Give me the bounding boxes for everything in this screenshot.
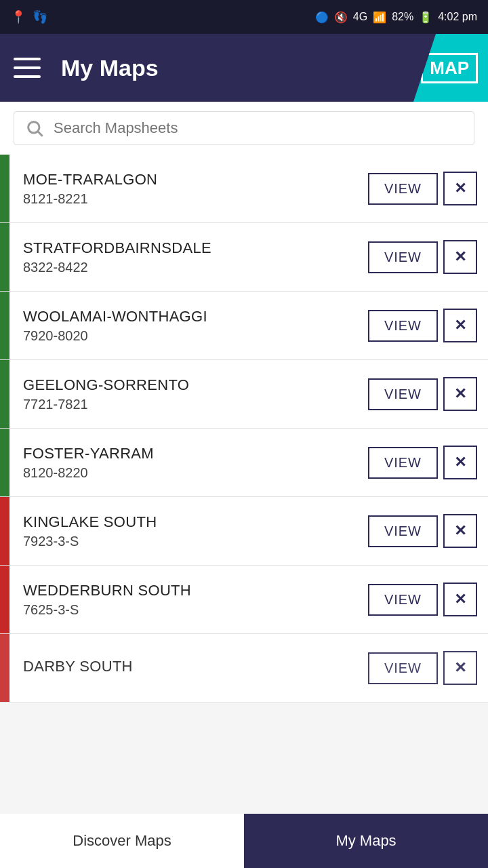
map-item-code-7: 7625-3-S — [23, 602, 354, 618]
map-item-content-3: WOOLAMAI-WONTHAGGI 7920-8020 — [9, 296, 368, 356]
search-container — [0, 102, 488, 155]
map-item-indicator-2 — [0, 223, 9, 291]
search-input[interactable] — [54, 119, 463, 137]
close-button-2[interactable]: ✕ — [443, 240, 477, 274]
discover-maps-tab[interactable]: Discover Maps — [0, 814, 244, 868]
map-item-actions-6: VIEW ✕ — [368, 514, 488, 548]
map-item-indicator-5 — [0, 429, 9, 496]
network-type: 4G — [353, 11, 367, 23]
map-item-indicator-3 — [0, 292, 9, 359]
view-button-5[interactable]: VIEW — [368, 447, 438, 479]
map-item-content-1: MOE-TRARALGON 8121-8221 — [9, 159, 368, 219]
map-list: MOE-TRARALGON 8121-8221 VIEW ✕ STRATFORD… — [0, 155, 488, 703]
map-list-item-8: DARBY SOUTH VIEW ✕ — [0, 634, 488, 703]
map-item-actions-2: VIEW ✕ — [368, 240, 488, 274]
map-item-name-3: WOOLAMAI-WONTHAGGI — [23, 308, 354, 326]
map-item-code-2: 8322-8422 — [23, 260, 354, 275]
map-item-code-4: 7721-7821 — [23, 397, 354, 412]
bottom-nav: Discover Maps My Maps — [0, 814, 488, 868]
map-button[interactable]: MAP — [413, 34, 488, 102]
map-item-name-4: GEELONG-SORRENTO — [23, 376, 354, 394]
status-bar: 📍 👣 🔵 🔇 4G 📶 82% 🔋 4:02 pm — [0, 0, 488, 34]
map-item-content-5: FOSTER-YARRAM 8120-8220 — [9, 433, 368, 493]
map-item-name-7: WEDDERBURN SOUTH — [23, 582, 354, 599]
map-item-indicator-6 — [0, 497, 9, 565]
clock: 4:02 pm — [438, 11, 477, 23]
close-button-3[interactable]: ✕ — [443, 309, 477, 342]
map-item-code-1: 8121-8221 — [23, 191, 354, 207]
map-item-indicator-4 — [0, 360, 9, 428]
status-right-info: 🔵 🔇 4G 📶 82% 🔋 4:02 pm — [315, 11, 477, 24]
map-item-code-5: 8120-8220 — [23, 465, 354, 481]
map-item-name-2: STRATFORDBAIRNSDALE — [23, 239, 354, 257]
map-item-indicator-8 — [0, 634, 9, 702]
map-item-actions-1: VIEW ✕ — [368, 172, 488, 205]
map-item-content-8: DARBY SOUTH — [9, 646, 368, 690]
map-item-actions-8: VIEW ✕ — [368, 651, 488, 685]
map-item-name-6: KINGLAKE SOUTH — [23, 513, 354, 531]
map-item-indicator-7 — [0, 566, 9, 633]
view-button-7[interactable]: VIEW — [368, 584, 438, 616]
close-button-7[interactable]: ✕ — [443, 583, 477, 616]
close-button-8[interactable]: ✕ — [443, 651, 477, 685]
close-button-1[interactable]: ✕ — [443, 172, 477, 205]
map-list-item-5: FOSTER-YARRAM 8120-8220 VIEW ✕ — [0, 429, 488, 497]
view-button-2[interactable]: VIEW — [368, 241, 438, 273]
map-item-indicator-1 — [0, 155, 9, 222]
bluetooth-icon: 🔵 — [315, 11, 329, 24]
map-pin-icon: 📍 — [11, 9, 26, 24]
my-maps-tab[interactable]: My Maps — [244, 814, 488, 868]
hamburger-menu-button[interactable] — [14, 58, 41, 78]
map-item-name-1: MOE-TRARALGON — [23, 171, 354, 189]
close-button-4[interactable]: ✕ — [443, 377, 477, 411]
app-header: My Maps MAP — [0, 34, 488, 102]
map-item-content-6: KINGLAKE SOUTH 7923-3-S — [9, 501, 368, 561]
search-icon — [25, 119, 44, 138]
map-list-item-2: STRATFORDBAIRNSDALE 8322-8422 VIEW ✕ — [0, 223, 488, 292]
map-list-item-3: WOOLAMAI-WONTHAGGI 7920-8020 VIEW ✕ — [0, 292, 488, 360]
map-item-name-5: FOSTER-YARRAM — [23, 445, 354, 462]
search-bar[interactable] — [14, 111, 474, 145]
view-button-6[interactable]: VIEW — [368, 515, 438, 547]
status-left-icons: 📍 👣 — [11, 9, 47, 24]
close-button-5[interactable]: ✕ — [443, 446, 477, 479]
mute-icon: 🔇 — [334, 11, 348, 24]
svg-point-0 — [28, 122, 39, 133]
view-button-4[interactable]: VIEW — [368, 378, 438, 410]
page-title: My Maps — [61, 55, 474, 81]
map-item-content-7: WEDDERBURN SOUTH 7625-3-S — [9, 570, 368, 630]
my-maps-label: My Maps — [336, 832, 396, 850]
view-button-3[interactable]: VIEW — [368, 310, 438, 342]
map-item-actions-7: VIEW ✕ — [368, 583, 488, 616]
map-list-item-4: GEELONG-SORRENTO 7721-7821 VIEW ✕ — [0, 360, 488, 429]
map-list-item-1: MOE-TRARALGON 8121-8221 VIEW ✕ — [0, 155, 488, 223]
view-button-8[interactable]: VIEW — [368, 652, 438, 684]
map-item-actions-3: VIEW ✕ — [368, 309, 488, 342]
map-button-label: MAP — [421, 53, 478, 83]
discover-maps-label: Discover Maps — [73, 832, 171, 850]
svg-line-1 — [38, 132, 42, 136]
battery-icon: 🔋 — [419, 11, 432, 24]
map-list-item-7: WEDDERBURN SOUTH 7625-3-S VIEW ✕ — [0, 566, 488, 634]
signal-icon: 📶 — [373, 11, 386, 24]
map-item-name-8: DARBY SOUTH — [23, 658, 354, 675]
map-item-content-2: STRATFORDBAIRNSDALE 8322-8422 — [9, 227, 368, 288]
map-item-code-3: 7920-8020 — [23, 328, 354, 344]
close-button-6[interactable]: ✕ — [443, 514, 477, 548]
view-button-1[interactable]: VIEW — [368, 173, 438, 205]
map-item-content-4: GEELONG-SORRENTO 7721-7821 — [9, 364, 368, 425]
map-item-code-6: 7923-3-S — [23, 534, 354, 549]
map-item-actions-5: VIEW ✕ — [368, 446, 488, 479]
map-item-actions-4: VIEW ✕ — [368, 377, 488, 411]
battery-level: 82% — [392, 11, 413, 23]
map-list-item-6: KINGLAKE SOUTH 7923-3-S VIEW ✕ — [0, 497, 488, 566]
footprint-icon: 👣 — [33, 9, 47, 24]
